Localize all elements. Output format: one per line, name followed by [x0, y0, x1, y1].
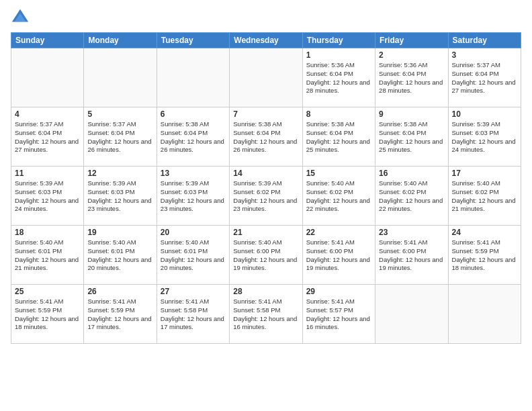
day-info: Sunrise: 5:39 AM Sunset: 6:03 PM Dayligh…: [452, 120, 517, 154]
day-cell: 19Sunrise: 5:40 AM Sunset: 6:01 PM Dayli…: [84, 226, 157, 285]
day-cell: 12Sunrise: 5:39 AM Sunset: 6:03 PM Dayli…: [84, 167, 157, 226]
day-number: 15: [306, 169, 371, 178]
day-cell: 23Sunrise: 5:41 AM Sunset: 6:00 PM Dayli…: [375, 226, 448, 285]
day-number: 28: [233, 287, 298, 296]
day-cell: 13Sunrise: 5:39 AM Sunset: 6:03 PM Dayli…: [157, 167, 229, 226]
col-header-thursday: Thursday: [302, 33, 375, 48]
day-cell: 5Sunrise: 5:37 AM Sunset: 6:04 PM Daylig…: [84, 107, 157, 167]
day-cell: 20Sunrise: 5:40 AM Sunset: 6:01 PM Dayli…: [157, 226, 229, 285]
day-number: 12: [87, 169, 152, 178]
day-number: 21: [233, 228, 298, 237]
day-number: 5: [87, 109, 152, 119]
day-number: 7: [233, 109, 298, 119]
day-cell: 22Sunrise: 5:41 AM Sunset: 6:00 PM Dayli…: [302, 226, 375, 285]
day-info: Sunrise: 5:37 AM Sunset: 6:04 PM Dayligh…: [452, 61, 517, 95]
logo: [11, 8, 32, 27]
day-cell: [230, 48, 302, 107]
day-number: 18: [15, 228, 80, 237]
day-number: 6: [161, 109, 226, 119]
day-info: Sunrise: 5:41 AM Sunset: 5:58 PM Dayligh…: [233, 298, 298, 332]
day-info: Sunrise: 5:41 AM Sunset: 5:58 PM Dayligh…: [161, 298, 226, 332]
day-info: Sunrise: 5:37 AM Sunset: 6:04 PM Dayligh…: [87, 120, 152, 154]
day-number: 27: [161, 287, 226, 296]
day-number: 22: [306, 228, 371, 237]
day-number: 20: [161, 228, 226, 237]
day-number: 10: [452, 109, 517, 119]
day-number: 19: [87, 228, 152, 237]
day-cell: 24Sunrise: 5:41 AM Sunset: 5:59 PM Dayli…: [448, 226, 521, 285]
day-info: Sunrise: 5:38 AM Sunset: 6:04 PM Dayligh…: [161, 120, 226, 154]
day-cell: 1Sunrise: 5:36 AM Sunset: 6:04 PM Daylig…: [302, 48, 375, 107]
col-header-monday: Monday: [84, 33, 157, 48]
day-cell: 11Sunrise: 5:39 AM Sunset: 6:03 PM Dayli…: [11, 167, 84, 226]
day-cell: 27Sunrise: 5:41 AM Sunset: 5:58 PM Dayli…: [157, 285, 229, 344]
week-row-1: 1Sunrise: 5:36 AM Sunset: 6:04 PM Daylig…: [11, 48, 521, 107]
day-info: Sunrise: 5:40 AM Sunset: 6:01 PM Dayligh…: [87, 238, 152, 273]
day-info: Sunrise: 5:39 AM Sunset: 6:03 PM Dayligh…: [15, 179, 80, 214]
day-number: 26: [87, 287, 152, 296]
day-number: 4: [15, 109, 80, 119]
day-info: Sunrise: 5:39 AM Sunset: 6:03 PM Dayligh…: [161, 179, 226, 214]
day-info: Sunrise: 5:36 AM Sunset: 6:04 PM Dayligh…: [379, 61, 444, 95]
day-number: 29: [306, 287, 371, 296]
day-info: Sunrise: 5:40 AM Sunset: 6:02 PM Dayligh…: [306, 179, 371, 214]
day-info: Sunrise: 5:41 AM Sunset: 5:59 PM Dayligh…: [452, 238, 517, 273]
day-cell: 9Sunrise: 5:38 AM Sunset: 6:04 PM Daylig…: [375, 107, 448, 167]
day-info: Sunrise: 5:41 AM Sunset: 6:00 PM Dayligh…: [306, 238, 371, 273]
col-header-wednesday: Wednesday: [230, 33, 302, 48]
day-info: Sunrise: 5:37 AM Sunset: 6:04 PM Dayligh…: [15, 120, 80, 154]
day-info: Sunrise: 5:36 AM Sunset: 6:04 PM Dayligh…: [306, 61, 371, 95]
day-cell: 15Sunrise: 5:40 AM Sunset: 6:02 PM Dayli…: [302, 167, 375, 226]
day-info: Sunrise: 5:40 AM Sunset: 6:02 PM Dayligh…: [452, 179, 517, 214]
day-number: 16: [379, 169, 444, 178]
day-cell: 3Sunrise: 5:37 AM Sunset: 6:04 PM Daylig…: [448, 48, 521, 107]
day-info: Sunrise: 5:39 AM Sunset: 6:03 PM Dayligh…: [87, 179, 152, 214]
logo-icon: [11, 8, 30, 27]
day-cell: 14Sunrise: 5:39 AM Sunset: 6:02 PM Dayli…: [230, 167, 302, 226]
day-cell: 29Sunrise: 5:41 AM Sunset: 5:57 PM Dayli…: [302, 285, 375, 344]
day-info: Sunrise: 5:40 AM Sunset: 6:02 PM Dayligh…: [379, 179, 444, 214]
day-info: Sunrise: 5:38 AM Sunset: 6:04 PM Dayligh…: [379, 120, 444, 154]
day-number: 14: [233, 169, 298, 178]
day-number: 2: [379, 50, 444, 60]
day-cell: 4Sunrise: 5:37 AM Sunset: 6:04 PM Daylig…: [11, 107, 84, 167]
day-cell: 25Sunrise: 5:41 AM Sunset: 5:59 PM Dayli…: [11, 285, 84, 344]
week-row-5: 25Sunrise: 5:41 AM Sunset: 5:59 PM Dayli…: [11, 285, 521, 344]
day-cell: 8Sunrise: 5:38 AM Sunset: 6:04 PM Daylig…: [302, 107, 375, 167]
day-info: Sunrise: 5:40 AM Sunset: 6:01 PM Dayligh…: [161, 238, 226, 273]
day-number: 1: [306, 50, 371, 60]
day-number: 23: [379, 228, 444, 237]
day-info: Sunrise: 5:41 AM Sunset: 6:00 PM Dayligh…: [379, 238, 444, 273]
day-info: Sunrise: 5:40 AM Sunset: 6:01 PM Dayligh…: [15, 238, 80, 273]
week-row-4: 18Sunrise: 5:40 AM Sunset: 6:01 PM Dayli…: [11, 226, 521, 285]
day-number: 9: [379, 109, 444, 119]
day-cell: [375, 285, 448, 344]
day-cell: 10Sunrise: 5:39 AM Sunset: 6:03 PM Dayli…: [448, 107, 521, 167]
day-cell: 28Sunrise: 5:41 AM Sunset: 5:58 PM Dayli…: [230, 285, 302, 344]
page: SundayMondayTuesdayWednesdayThursdayFrid…: [0, 0, 532, 411]
col-header-friday: Friday: [375, 33, 448, 48]
day-number: 17: [452, 169, 517, 178]
calendar-header-row: SundayMondayTuesdayWednesdayThursdayFrid…: [11, 33, 521, 48]
header: [11, 8, 521, 27]
day-number: 13: [161, 169, 226, 178]
day-info: Sunrise: 5:41 AM Sunset: 5:59 PM Dayligh…: [15, 298, 80, 332]
day-number: 8: [306, 109, 371, 119]
day-cell: 6Sunrise: 5:38 AM Sunset: 6:04 PM Daylig…: [157, 107, 229, 167]
day-cell: 16Sunrise: 5:40 AM Sunset: 6:02 PM Dayli…: [375, 167, 448, 226]
day-cell: [448, 285, 521, 344]
calendar-table: SundayMondayTuesdayWednesdayThursdayFrid…: [11, 32, 521, 344]
day-info: Sunrise: 5:38 AM Sunset: 6:04 PM Dayligh…: [306, 120, 371, 154]
day-number: 25: [15, 287, 80, 296]
week-row-2: 4Sunrise: 5:37 AM Sunset: 6:04 PM Daylig…: [11, 107, 521, 167]
day-number: 11: [15, 169, 80, 178]
day-cell: [157, 48, 229, 107]
day-info: Sunrise: 5:38 AM Sunset: 6:04 PM Dayligh…: [233, 120, 298, 154]
day-cell: 26Sunrise: 5:41 AM Sunset: 5:59 PM Dayli…: [84, 285, 157, 344]
day-cell: 21Sunrise: 5:40 AM Sunset: 6:00 PM Dayli…: [230, 226, 302, 285]
day-cell: 7Sunrise: 5:38 AM Sunset: 6:04 PM Daylig…: [230, 107, 302, 167]
day-number: 24: [452, 228, 517, 237]
day-info: Sunrise: 5:41 AM Sunset: 5:57 PM Dayligh…: [306, 298, 371, 332]
day-cell: [11, 48, 84, 107]
day-cell: 18Sunrise: 5:40 AM Sunset: 6:01 PM Dayli…: [11, 226, 84, 285]
